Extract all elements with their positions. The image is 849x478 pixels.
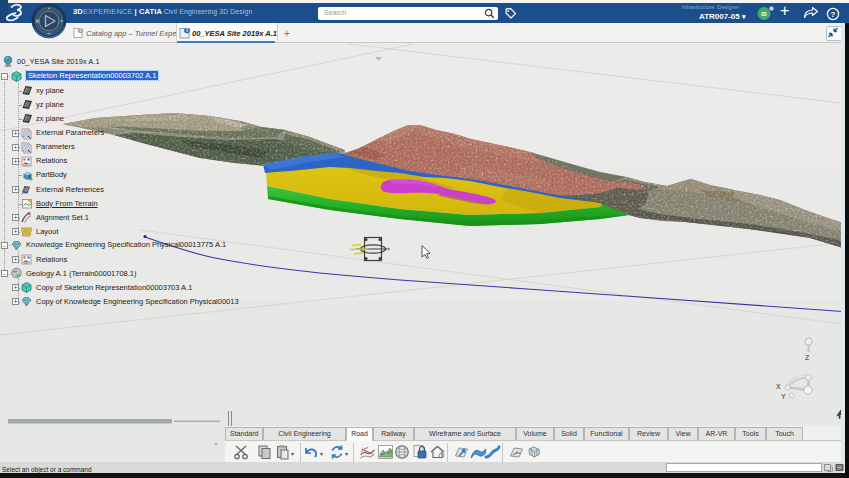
svg-text:ID: ID <box>761 11 767 17</box>
svg-text:Y: Y <box>781 393 786 400</box>
svg-text:?: ? <box>831 9 836 18</box>
svg-text:X: X <box>776 383 781 390</box>
svg-text:Z: Z <box>805 354 810 361</box>
